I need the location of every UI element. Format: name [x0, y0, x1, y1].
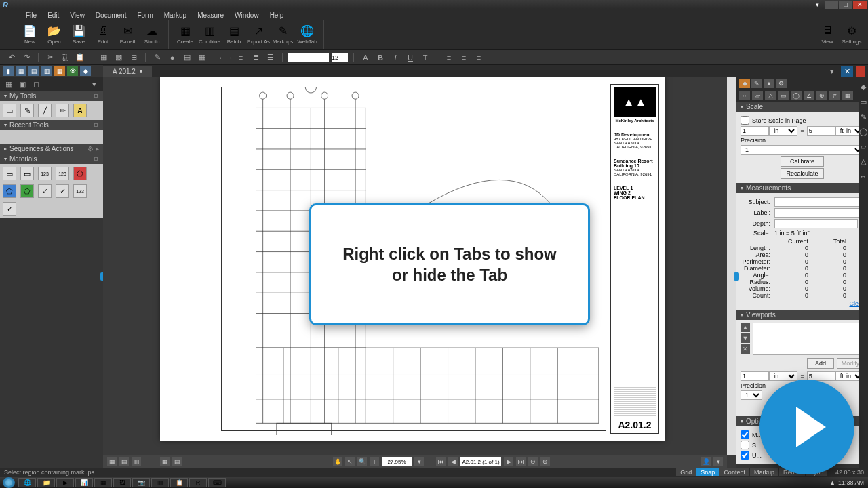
play-button[interactable] [760, 380, 854, 474]
panel-btn-6[interactable]: 👁 [67, 66, 78, 76]
rp-tab-1[interactable]: ◆ [739, 79, 750, 88]
thumbnails-icon[interactable]: ▦ [107, 457, 117, 466]
menu-help[interactable]: Help [264, 12, 290, 19]
bold-button[interactable]: B [374, 52, 387, 63]
depth-input[interactable] [774, 219, 858, 228]
toolbar-webtab-button[interactable]: 🌐WebTab [295, 20, 319, 47]
panel-my-tools[interactable]: My Tools ⚙ [0, 91, 103, 101]
arrow-icon[interactable]: ←→ [220, 52, 232, 63]
measure-tool-icon[interactable]: △ [765, 91, 776, 100]
text-select-icon[interactable]: T [370, 457, 379, 466]
vp-scale-from-unit[interactable]: in [769, 371, 797, 381]
viewport-down-icon[interactable]: ▼ [741, 333, 750, 343]
taskbar-item[interactable]: ⌨ [208, 478, 226, 487]
minimize-button[interactable]: — [825, 1, 838, 9]
measure-tool-icon[interactable]: ▱ [752, 91, 763, 100]
measure-tool-icon[interactable]: ◯ [791, 91, 802, 100]
toolbar-view-button[interactable]: 🖥View [815, 20, 840, 47]
panel-tool-3[interactable]: ◻ [30, 79, 42, 89]
vp-scale-from[interactable] [741, 371, 769, 381]
tool-item[interactable]: ▭ [3, 104, 16, 117]
text-color-icon[interactable]: A [359, 52, 372, 63]
strip-icon[interactable]: △ [857, 156, 868, 167]
gear-icon[interactable]: ⚙ [93, 92, 99, 100]
zoom-input[interactable] [382, 457, 412, 466]
add-button[interactable]: Add [807, 358, 834, 369]
tab-close-icon[interactable]: ✕ [841, 66, 853, 77]
status-toggle-grid[interactable]: Grid [676, 468, 696, 476]
toolbar-batch-button[interactable]: ▤Batch [222, 20, 246, 47]
document-tab[interactable]: A 201.2 ▾ [103, 66, 152, 77]
taskbar-item[interactable]: 🌐 [18, 478, 36, 487]
align-center-icon[interactable]: ≡ [458, 52, 470, 63]
next-page-icon[interactable]: ▶ [504, 457, 513, 466]
user-icon[interactable]: 👤 [701, 457, 711, 466]
tool-item[interactable]: ▭ [20, 167, 34, 180]
measure-tool-icon[interactable]: ▭ [778, 91, 789, 100]
start-button[interactable] [3, 477, 15, 488]
tool-item[interactable]: ╱ [38, 104, 52, 117]
taskbar-item[interactable]: 📋 [170, 478, 188, 487]
strike-button[interactable]: T [419, 52, 431, 63]
toolbar-e-mail-button[interactable]: ✉E-mail [115, 20, 140, 47]
document-tabbar[interactable]: ▮ ▦ ▤ ▥ ▦ 👁 ◆ A 201.2 ▾ ▾ ✕ [0, 65, 868, 77]
hatch-icon[interactable]: ▤ [181, 52, 193, 63]
status-toggle-content[interactable]: Content [719, 468, 749, 476]
page-input[interactable] [460, 457, 501, 466]
menu-window[interactable]: Window [229, 12, 264, 19]
grid-icon[interactable]: ▦ [196, 52, 208, 63]
list-icon[interactable]: ≡ [235, 52, 247, 63]
copy-button[interactable]: ⿻ [59, 52, 71, 63]
panel-tool-2[interactable]: ▣ [16, 79, 28, 89]
redo-button[interactable]: ↷ [20, 52, 33, 63]
strip-icon[interactable]: ◆ [857, 81, 868, 92]
list2-icon[interactable]: ≣ [250, 52, 262, 63]
panel-materials[interactable]: Materials ⚙ [0, 154, 103, 164]
scale-from-unit[interactable]: in [769, 126, 797, 136]
option-check[interactable] [741, 451, 749, 460]
measure-tool-icon[interactable]: ⊕ [816, 91, 827, 100]
toolbar-create-button[interactable]: ▦Create [173, 20, 197, 47]
tool-item[interactable]: ⬠ [20, 184, 34, 198]
tab-menu-icon[interactable]: ▾ [826, 66, 838, 77]
label-input[interactable] [774, 208, 864, 218]
tool-item[interactable]: ✏ [56, 104, 69, 117]
gear-icon[interactable]: ⚙ [93, 121, 99, 129]
dropdown-icon[interactable]: ▾ [810, 1, 824, 9]
toolbar-markups-button[interactable]: ✎Markups [271, 20, 295, 47]
underline-button[interactable]: U [404, 52, 416, 63]
panel-tool-1[interactable]: ▦ [3, 79, 15, 89]
panel-recent-tools[interactable]: Recent Tools ⚙ [0, 120, 103, 130]
zoom-tool-icon[interactable]: 🔍 [357, 457, 367, 466]
hand-tool-icon[interactable]: ✋ [333, 457, 342, 466]
maximize-button[interactable]: □ [839, 1, 852, 9]
scale-to-input[interactable] [807, 126, 835, 136]
italic-button[interactable]: I [389, 52, 401, 63]
viewport-list[interactable] [753, 323, 864, 355]
recalculate-button[interactable]: Recalculate [781, 168, 824, 179]
tool-item[interactable]: 123 [56, 167, 69, 180]
vertical-scrollbar[interactable] [727, 77, 736, 455]
toolbar-studio-button[interactable]: ☁Studio [140, 20, 164, 47]
taskbar-item[interactable]: ▥ [151, 478, 169, 487]
undo-button[interactable]: ↶ [5, 52, 18, 63]
align-left-icon[interactable]: ≡ [443, 52, 455, 63]
menu-markup[interactable]: Markup [159, 12, 192, 19]
tool-item[interactable]: 123 [73, 184, 87, 198]
strip-icon[interactable]: ▱ [857, 141, 868, 152]
panel-btn-4[interactable]: ▥ [41, 66, 52, 76]
panel-btn-3[interactable]: ▤ [28, 66, 39, 76]
menu-edit[interactable]: Edit [42, 12, 64, 19]
tab-dropdown-icon[interactable]: ▾ [140, 68, 142, 75]
font-family-input[interactable] [288, 53, 329, 62]
vp-precision-select[interactable]: 1 [741, 390, 762, 400]
scale-from-input[interactable] [741, 126, 769, 136]
measure-tool-icon[interactable]: # [829, 91, 840, 100]
tool-c[interactable]: ⊞ [127, 52, 140, 63]
gear-icon[interactable]: ⚙ [93, 155, 99, 163]
toolbar-open-button[interactable]: 📂Open [42, 20, 66, 47]
tool-item[interactable]: 123 [38, 167, 52, 180]
zoom-dropdown-icon[interactable]: ▾ [414, 457, 424, 466]
view-mode-icon[interactable]: ▤ [119, 457, 129, 466]
toolbar-new-button[interactable]: 📄New [18, 20, 42, 47]
